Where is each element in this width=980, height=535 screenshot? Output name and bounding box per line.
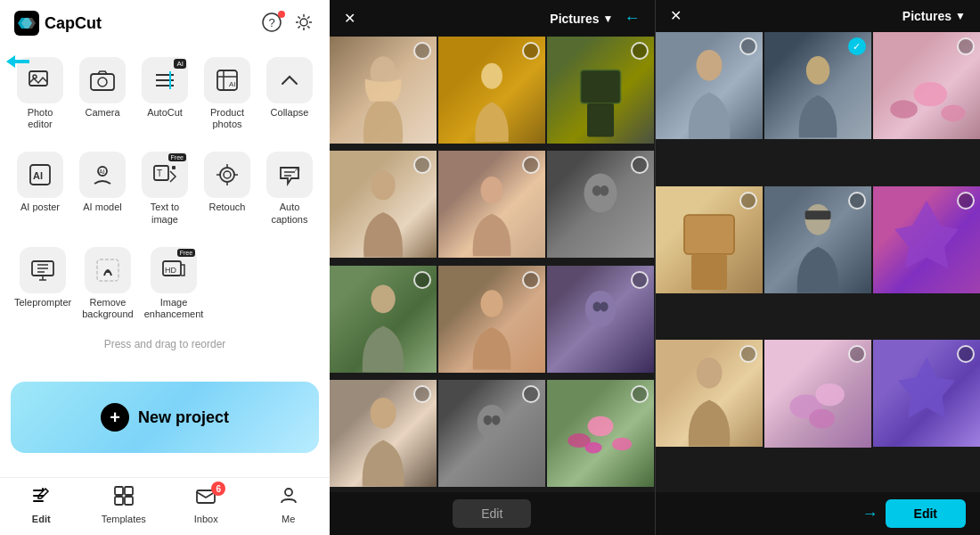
select-circle-16[interactable]: [739, 192, 757, 210]
photo-cell-7[interactable]: [330, 266, 437, 373]
inbox-nav-label: Inbox: [194, 514, 218, 524]
tool-remove-background[interactable]: Remove background: [78, 240, 137, 327]
select-circle-8[interactable]: [522, 271, 540, 289]
tools-grid-row2: AI AI poster AI AI model T: [0, 141, 330, 235]
left-column-close-button[interactable]: ✕: [344, 12, 355, 26]
select-circle-15[interactable]: [957, 37, 975, 55]
photo-cell-16[interactable]: [656, 186, 763, 293]
select-circle-11[interactable]: [522, 385, 540, 403]
photo-cell-18[interactable]: [873, 186, 980, 293]
tools-grid-row3: Teleprompter Remove background HD Free: [0, 236, 330, 331]
left-edit-button[interactable]: Edit: [453, 499, 531, 528]
tool-autocut[interactable]: AI AutoCut: [135, 50, 194, 137]
photo-cell-5[interactable]: [438, 151, 545, 258]
svg-rect-7: [91, 74, 114, 90]
svg-rect-61: [804, 210, 830, 219]
svg-point-41: [481, 290, 503, 317]
tool-ai-poster[interactable]: AI AI poster: [11, 144, 69, 232]
photo-cell-17[interactable]: [764, 186, 871, 293]
left-column-bottom: Edit: [330, 492, 655, 535]
photo-cell-12[interactable]: [547, 380, 654, 487]
retouch-icon: [215, 162, 240, 187]
select-circle-10[interactable]: [413, 385, 431, 403]
select-circle-17[interactable]: [848, 192, 866, 210]
select-circle-14[interactable]: [848, 37, 866, 55]
svg-point-45: [371, 398, 396, 429]
right-columns: ✕ Pictures ▼ ←: [330, 0, 980, 535]
tool-image-enhancement[interactable]: HD Free Image enhancement: [141, 240, 208, 327]
header-icons: ?: [262, 12, 315, 34]
photo-cell-15[interactable]: [873, 32, 980, 139]
select-circle-7[interactable]: [413, 271, 431, 289]
tool-retouch[interactable]: Retouch: [198, 144, 257, 232]
photo-cell-14[interactable]: [764, 32, 871, 139]
photo-cell-20[interactable]: [764, 340, 871, 447]
new-project-area: + New project: [11, 365, 319, 470]
photo-cell-6[interactable]: [547, 151, 654, 258]
photo-cell-19[interactable]: [656, 340, 763, 447]
svg-point-64: [815, 383, 844, 406]
tool-product-photos[interactable]: AI Product photos: [198, 50, 257, 137]
select-circle-18[interactable]: [957, 192, 975, 210]
svg-point-53: [696, 50, 722, 81]
photo-cell-9[interactable]: [547, 266, 654, 373]
auto-captions-icon-box: AI: [266, 152, 313, 198]
image-enhancement-label: Image enhancement: [144, 297, 204, 320]
tools-grid-row1: Photo editor Camera AI AutoCut: [0, 46, 330, 141]
tool-teleprompter[interactable]: Teleprompter: [11, 240, 75, 327]
nav-inbox[interactable]: 6 Inbox: [179, 485, 233, 524]
right-edit-button[interactable]: Edit: [886, 499, 966, 528]
photo-cell-2[interactable]: [438, 37, 545, 144]
svg-rect-33: [581, 70, 621, 104]
tool-camera[interactable]: Camera: [73, 50, 132, 137]
photo-cell-10[interactable]: [330, 380, 437, 487]
photo-cell-1[interactable]: [330, 37, 437, 144]
svg-point-3: [300, 19, 307, 26]
ai-model-icon: AI: [90, 162, 115, 187]
teleprompter-icon: [30, 258, 55, 283]
settings-icon[interactable]: [294, 12, 315, 34]
templates-nav-icon: [113, 485, 135, 512]
photo-cell-13[interactable]: [656, 32, 763, 139]
tool-text-to-image[interactable]: T Free Text to image: [135, 144, 194, 232]
photo-editor-icon-box: [17, 57, 63, 103]
svg-point-54: [806, 56, 829, 85]
photo-cell-11[interactable]: [438, 380, 545, 487]
templates-nav-label: Templates: [102, 514, 146, 524]
photo-cell-4[interactable]: [330, 151, 437, 258]
right-column-dropdown-icon[interactable]: ▼: [955, 10, 966, 22]
tool-ai-model[interactable]: AI AI model: [73, 144, 132, 232]
text-to-image-icon: T: [152, 162, 177, 187]
tool-photo-editor[interactable]: Photo editor: [11, 50, 69, 137]
left-column-dropdown-icon[interactable]: ▼: [603, 12, 614, 25]
me-nav-label: Me: [282, 514, 295, 524]
select-circle-9[interactable]: [631, 271, 649, 289]
svg-point-36: [481, 177, 503, 203]
svg-marker-6: [6, 55, 29, 68]
photo-cell-3[interactable]: [547, 37, 654, 144]
select-circle-13[interactable]: [739, 37, 757, 55]
tool-auto-captions[interactable]: AI Auto captions: [260, 144, 319, 232]
text-to-image-label: Text to image: [139, 202, 191, 225]
camera-icon-box: [79, 57, 126, 103]
logo: CapCut: [14, 11, 102, 36]
photo-cell-8[interactable]: [438, 266, 545, 373]
nav-templates[interactable]: Templates: [97, 485, 151, 524]
image-enhancement-free-badge: Free: [177, 249, 195, 257]
photo-cell-21[interactable]: [873, 340, 980, 447]
right-column-title: Pictures: [902, 9, 951, 23]
new-project-button[interactable]: + New project: [11, 382, 319, 453]
nav-edit[interactable]: Edit: [14, 485, 68, 524]
select-circle-19[interactable]: [739, 345, 757, 363]
left-photos-grid: [330, 37, 655, 492]
right-column-close-button[interactable]: ✕: [670, 9, 682, 23]
autocut-icon-box: AI: [142, 57, 188, 103]
tool-collapse[interactable]: Collapse: [260, 50, 319, 137]
ai-model-label: AI model: [83, 202, 121, 213]
svg-rect-34: [587, 103, 614, 137]
nav-me[interactable]: Me: [262, 485, 315, 524]
help-icon[interactable]: ?: [262, 12, 283, 34]
remove-background-icon: [95, 258, 120, 283]
inbox-badge: 6: [211, 482, 225, 496]
svg-text:AI: AI: [99, 169, 105, 175]
